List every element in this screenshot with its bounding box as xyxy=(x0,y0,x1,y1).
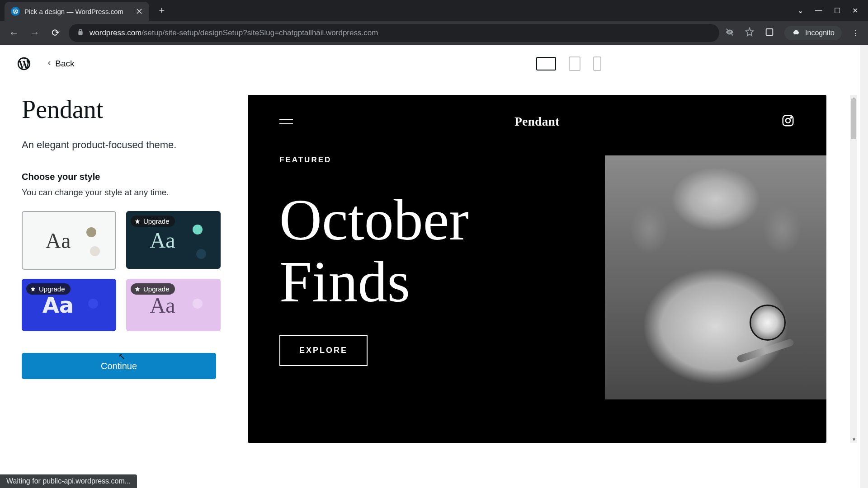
preview-headline: October Finds xyxy=(279,189,587,312)
url-input[interactable]: wordpress.com/setup/site-setup/designSet… xyxy=(69,24,719,42)
close-window-icon[interactable]: ✕ xyxy=(852,6,858,15)
style-sample-text: Aa xyxy=(150,228,175,253)
desktop-view-button[interactable] xyxy=(536,57,556,70)
headline-line2: Finds xyxy=(279,251,587,313)
address-bar: ← → ⟳ wordpress.com/setup/site-setup/des… xyxy=(0,21,868,45)
maximize-icon[interactable]: ☐ xyxy=(834,6,840,15)
color-swatch-icon xyxy=(193,299,203,309)
tab-bar: Pick a design — WordPress.com + ⌄ — ☐ ✕ xyxy=(0,0,868,21)
preview-scrollbar[interactable]: ▲ ▼ xyxy=(850,95,857,443)
style-subtext: You can change your style at any time. xyxy=(22,188,221,197)
device-preview-toggle xyxy=(536,56,601,71)
preview-hero-image xyxy=(605,155,826,399)
preview-brand: Pendant xyxy=(514,115,560,129)
new-tab-button[interactable]: + xyxy=(154,2,170,19)
theme-title: Pendant xyxy=(22,95,221,124)
bracelet-graphic xyxy=(736,338,795,363)
style-grid: Aa Upgrade Aa Upgrade xyxy=(22,211,221,331)
instagram-icon[interactable] xyxy=(781,114,795,129)
back-button[interactable]: › Back xyxy=(48,59,75,69)
page-topbar: › Back xyxy=(0,45,868,77)
mobile-view-button[interactable] xyxy=(593,56,601,71)
svg-point-3 xyxy=(791,117,792,118)
back-nav-icon[interactable]: ← xyxy=(6,25,22,41)
star-icon xyxy=(134,218,141,225)
explore-button[interactable]: EXPLORE xyxy=(279,335,368,366)
preview-header: Pendant xyxy=(248,95,826,129)
upgrade-label: Upgrade xyxy=(39,285,65,293)
sidebar: Pendant An elegant product-focused theme… xyxy=(22,77,221,443)
upgrade-label: Upgrade xyxy=(143,285,170,293)
style-sample-text: Aa xyxy=(150,293,175,318)
wordpress-logo-icon[interactable] xyxy=(16,56,32,71)
bookmark-icon[interactable] xyxy=(745,27,755,39)
reload-icon[interactable]: ⟳ xyxy=(48,25,63,41)
back-label: Back xyxy=(55,59,74,69)
tablet-view-button[interactable] xyxy=(569,56,580,71)
wordpress-favicon xyxy=(11,7,20,16)
status-bar: Waiting for public-api.wordpress.com... xyxy=(0,474,137,488)
style-card-dark[interactable]: Upgrade Aa xyxy=(126,211,221,269)
continue-button[interactable]: Continue xyxy=(22,353,216,379)
url-path: /setup/site-setup/designSetup?siteSlug=c… xyxy=(142,28,378,37)
browser-menu-icon[interactable]: ⋮ xyxy=(852,29,859,38)
color-swatch-icon xyxy=(193,225,203,235)
incognito-badge[interactable]: Incognito xyxy=(784,26,842,40)
scroll-thumb[interactable] xyxy=(851,99,856,139)
lock-icon xyxy=(77,28,84,38)
color-swatch-icon xyxy=(196,249,206,259)
style-card-default[interactable]: Aa xyxy=(22,211,116,270)
featured-label: FEATURED xyxy=(279,155,587,164)
color-swatch-icon xyxy=(88,299,98,309)
style-sample-text: Aa xyxy=(46,228,71,253)
watch-graphic xyxy=(750,305,786,341)
page-scrollbar[interactable] xyxy=(860,45,868,488)
forward-nav-icon[interactable]: → xyxy=(27,25,42,41)
svg-rect-0 xyxy=(766,29,773,36)
close-tab-icon[interactable] xyxy=(136,8,143,15)
style-card-lavender[interactable]: Upgrade Aa xyxy=(126,279,221,331)
upgrade-badge: Upgrade xyxy=(131,216,175,227)
browser-chrome: Pick a design — WordPress.com + ⌄ — ☐ ✕ … xyxy=(0,0,868,45)
star-icon xyxy=(30,286,36,292)
color-swatch-icon xyxy=(90,246,100,256)
extensions-icon[interactable] xyxy=(764,27,774,39)
hamburger-menu-icon[interactable] xyxy=(279,119,293,124)
style-sample-text: Aa xyxy=(42,292,74,318)
svg-point-2 xyxy=(786,118,790,123)
browser-tab[interactable]: Pick a design — WordPress.com xyxy=(5,2,149,21)
star-icon xyxy=(134,286,141,292)
page-content: › Back Pendant An elegant product-focuse… xyxy=(0,45,868,488)
preview-panel: Pendant FEATURED October Finds EXP xyxy=(248,77,850,443)
incognito-label: Incognito xyxy=(805,29,835,37)
theme-preview[interactable]: Pendant FEATURED October Finds EXP xyxy=(248,95,826,443)
tab-title: Pick a design — WordPress.com xyxy=(24,8,123,15)
window-controls: ⌄ — ☐ ✕ xyxy=(797,6,868,15)
incognito-eye-icon[interactable] xyxy=(725,27,735,39)
tab-dropdown-icon[interactable]: ⌄ xyxy=(797,6,803,15)
url-domain: wordpress.com xyxy=(90,28,142,37)
theme-description: An elegant product-focused theme. xyxy=(22,139,221,151)
color-swatch-icon xyxy=(86,227,96,237)
minimize-icon[interactable]: — xyxy=(815,6,822,15)
headline-line1: October xyxy=(279,189,587,251)
chevron-left-icon: › xyxy=(48,59,51,69)
upgrade-label: Upgrade xyxy=(143,217,170,225)
style-heading: Choose your style xyxy=(22,172,221,182)
style-card-blue[interactable]: Upgrade Aa xyxy=(22,279,116,331)
scroll-down-icon[interactable]: ▼ xyxy=(852,437,856,442)
